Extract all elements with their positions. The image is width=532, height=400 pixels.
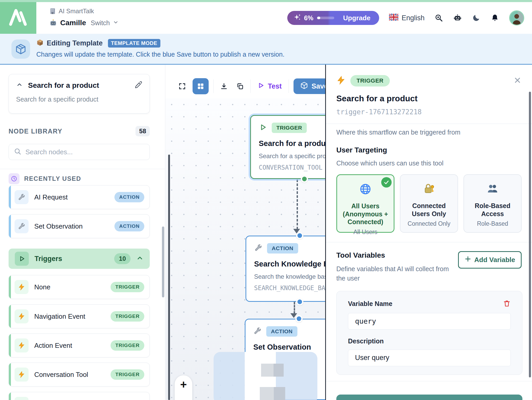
triggers-group-label: Triggers bbox=[35, 255, 108, 263]
zoom-search-icon[interactable] bbox=[434, 14, 443, 22]
lightning-icon bbox=[15, 338, 29, 352]
language-selector[interactable]: English bbox=[389, 14, 425, 22]
chatbot-icon[interactable] bbox=[453, 14, 462, 22]
grid-layout-button[interactable] bbox=[193, 78, 209, 94]
variable-card: Variable Name query Description User que… bbox=[336, 291, 522, 375]
workspace-title-block: AI SmartTalk Camille Switch bbox=[49, 6, 119, 29]
chevron-up-icon[interactable] bbox=[136, 255, 144, 263]
cube-icon bbox=[300, 82, 308, 91]
save-flow-button[interactable]: Save bbox=[294, 78, 325, 94]
divider bbox=[326, 381, 532, 381]
node-description: Search the knowledge base bbox=[254, 273, 325, 280]
divider bbox=[250, 79, 251, 93]
app-logo[interactable] bbox=[0, 2, 36, 34]
edit-pencil-icon[interactable] bbox=[134, 81, 142, 90]
workspace-name: AI SmartTalk bbox=[59, 8, 94, 15]
dark-mode-moon-icon[interactable] bbox=[472, 14, 481, 22]
user-avatar[interactable] bbox=[509, 10, 524, 25]
panel-trigger-badge: TRIGGER bbox=[350, 75, 390, 86]
zoom-in-button[interactable]: + bbox=[180, 379, 187, 390]
delete-variable-trash-icon[interactable] bbox=[503, 299, 511, 308]
targeting-option-all-users[interactable]: All Users (Anonymous + Connected) All Us… bbox=[336, 174, 394, 233]
selected-node-title: Search for a product bbox=[28, 81, 129, 90]
library-item-navigation-event[interactable]: Navigation Event TRIGGER bbox=[9, 304, 150, 328]
collapse-chevron-icon[interactable] bbox=[16, 82, 23, 89]
library-item-label: None bbox=[34, 283, 111, 291]
library-item-label: AI Request bbox=[34, 193, 114, 201]
play-icon bbox=[15, 252, 29, 266]
fullscreen-icon[interactable] bbox=[176, 79, 188, 93]
divider bbox=[0, 169, 165, 169]
node-action-badge: ACTION bbox=[266, 326, 297, 337]
panel-scrollbar[interactable] bbox=[529, 92, 531, 377]
node-input-handle[interactable] bbox=[295, 315, 303, 322]
search-nodes-input[interactable]: Search nodes... bbox=[9, 144, 150, 160]
node-output-handle[interactable] bbox=[301, 175, 308, 183]
add-variable-button[interactable]: Add Variable bbox=[458, 251, 522, 269]
check-icon bbox=[381, 177, 392, 188]
divider bbox=[213, 79, 214, 93]
download-icon[interactable] bbox=[218, 79, 230, 93]
chevron-down-icon[interactable] bbox=[113, 19, 119, 26]
ghost-skeleton-block bbox=[260, 387, 285, 400]
node-output-handle[interactable] bbox=[296, 298, 303, 305]
library-item-ai-request[interactable]: AI Request ACTION bbox=[9, 185, 150, 209]
search-icon bbox=[14, 148, 21, 156]
flow-node-search-knowledge-base[interactable]: ACTION Search Knowledge Base Search the … bbox=[245, 236, 325, 302]
upgrade-button[interactable]: 6% Upgrade bbox=[287, 11, 379, 25]
canvas-grid[interactable]: TRIGGER Search for a product Search for … bbox=[166, 98, 325, 400]
header-actions: 6% Upgrade English bbox=[287, 2, 524, 34]
sidebar-scrollbar[interactable] bbox=[162, 226, 164, 297]
node-code: CONVERSATION_TOOL bbox=[259, 164, 325, 171]
variable-name-label: Variable Name bbox=[348, 300, 392, 308]
node-title: Search for a product bbox=[259, 139, 325, 148]
close-icon[interactable] bbox=[513, 76, 522, 85]
switch-agent-button[interactable]: Switch bbox=[91, 19, 110, 27]
flow-node-trigger-search-product[interactable]: TRIGGER Search for a product Search for … bbox=[250, 115, 325, 179]
ghost-skeleton-block bbox=[261, 364, 284, 377]
drag-ghost-overlay bbox=[214, 352, 317, 400]
lightning-icon bbox=[15, 280, 29, 294]
robot-avatar-icon bbox=[49, 19, 57, 27]
library-item-label: Navigation Event bbox=[34, 312, 111, 321]
library-item-partial[interactable] bbox=[9, 392, 150, 400]
logo-mark-icon bbox=[7, 8, 29, 28]
zoom-out-button[interactable]: − bbox=[180, 397, 187, 400]
targeting-option-subtitle: Role-Based bbox=[477, 220, 508, 227]
triggers-group-header[interactable]: Triggers 10 bbox=[9, 249, 150, 269]
play-icon bbox=[257, 82, 264, 91]
library-item-conversation-tool[interactable]: Conversation Tool TRIGGER bbox=[9, 363, 150, 386]
flow-canvas[interactable]: TRIGGER Search for a product Search for … bbox=[166, 65, 325, 400]
save-configuration-button[interactable]: Save Configuration bbox=[336, 395, 522, 400]
action-badge: ACTION bbox=[114, 221, 144, 231]
selected-node-card[interactable]: Search for a product Search for a specif… bbox=[9, 74, 150, 114]
test-button[interactable]: Test bbox=[255, 82, 284, 91]
sparkles-icon bbox=[294, 14, 301, 22]
variable-name-input[interactable]: query bbox=[348, 313, 511, 330]
library-item-none[interactable]: None TRIGGER bbox=[9, 275, 150, 299]
targeting-option-subtitle: Connected Only bbox=[408, 220, 451, 227]
play-icon bbox=[259, 123, 267, 132]
node-input-handle[interactable] bbox=[296, 232, 303, 239]
library-item-label: Set Observation bbox=[34, 222, 114, 230]
wrench-icon bbox=[15, 219, 29, 233]
targeting-option-connected-only[interactable]: Connected Users Only Connected Only bbox=[400, 174, 458, 233]
user-targeting-heading: User Targeting bbox=[336, 146, 522, 154]
usage-progress-bar bbox=[317, 17, 334, 19]
divider bbox=[326, 242, 532, 242]
notifications-bell-icon[interactable] bbox=[490, 14, 499, 22]
library-item-set-observation[interactable]: Set Observation ACTION bbox=[9, 214, 150, 238]
copy-icon[interactable] bbox=[234, 79, 246, 93]
tool-variables-subtitle: Define variables that AI will collect fr… bbox=[336, 264, 458, 283]
lightning-icon bbox=[15, 368, 29, 382]
edge-connector bbox=[294, 302, 295, 314]
variable-description-input[interactable]: User query bbox=[348, 350, 511, 366]
panel-resize-handle[interactable] bbox=[168, 155, 170, 400]
lightning-icon bbox=[336, 76, 346, 86]
library-item-action-event[interactable]: Action Event TRIGGER bbox=[9, 334, 150, 357]
canvas-toolbar-zone: Test Save bbox=[166, 65, 325, 98]
targeting-option-role-based[interactable]: Role-Based Access Role-Based bbox=[463, 174, 522, 233]
add-variable-label: Add Variable bbox=[474, 256, 515, 264]
building-icon bbox=[49, 8, 56, 15]
edge-connector bbox=[297, 179, 298, 229]
